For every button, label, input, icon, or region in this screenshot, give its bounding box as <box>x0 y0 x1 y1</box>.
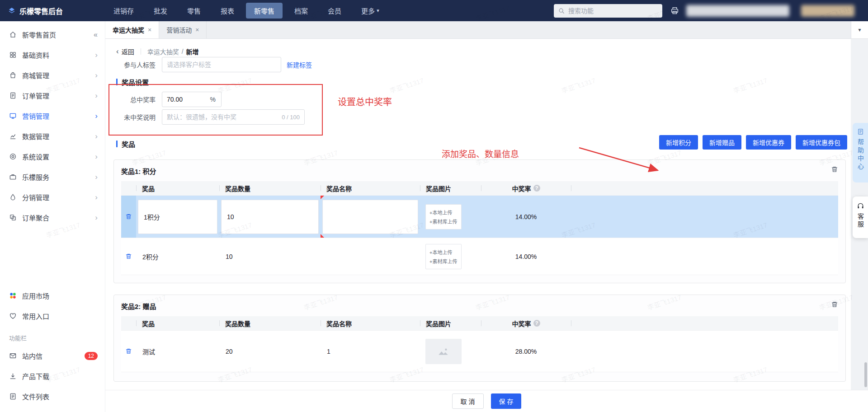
upload-local-link[interactable]: +本地上传 <box>429 209 461 216</box>
sidebar-item-order-aggregation[interactable]: 订单聚合 › <box>0 207 105 228</box>
participant-select[interactable] <box>162 57 281 72</box>
nav-reports[interactable]: 报表 <box>212 3 242 19</box>
search-input[interactable] <box>568 7 658 14</box>
help-center-panel[interactable]: 帮助中心 <box>853 123 868 183</box>
scrollbar-thumb[interactable] <box>864 362 867 387</box>
chevron-right-icon: › <box>95 92 98 99</box>
new-tag-link[interactable]: 新建标签 <box>287 60 312 69</box>
prize-row-selected[interactable]: 1积分 10 +本地上传 +素材库上传 14.00% <box>121 195 838 238</box>
name-cell[interactable] <box>321 238 420 275</box>
card-title: 奖品2: 赠品 <box>121 303 156 310</box>
name-cell[interactable]: 1 <box>321 331 420 372</box>
tab-list-dropdown[interactable]: ▾ <box>851 21 868 38</box>
sidebar-section-label: 功能栏 <box>0 326 105 346</box>
prize-cell[interactable]: 1积分 <box>136 196 219 238</box>
logo-icon <box>8 7 15 14</box>
drop-icon <box>9 193 17 201</box>
prize-card-2: 奖品2: 赠品 奖品 奖品数量 奖品名称 奖品图片 中奖率? 测试 20 <box>113 295 846 382</box>
breadcrumb-parent[interactable]: 幸运大抽奖 <box>147 47 179 56</box>
filler-cell <box>571 331 838 372</box>
sidebar-item-marketing-management[interactable]: 营销管理 › <box>0 106 105 126</box>
participant-label: 参与人标签 <box>105 60 156 69</box>
prize-cell[interactable]: 2积分 <box>136 238 219 275</box>
nav-purchase-sales[interactable]: 进销存 <box>105 3 142 19</box>
sidebar-item-app-market[interactable]: 应用市场 <box>0 286 105 306</box>
delete-row-icon[interactable] <box>125 213 132 220</box>
sidebar-item-site-mail[interactable]: 站内信 12 <box>0 346 105 366</box>
sidebar-item-lemeng-services[interactable]: 乐檬服务 › <box>0 167 105 187</box>
topbar: 乐檬零售后台 进销存 批发 零售 报表 新零售 档案 会员 更多 ▾ <box>0 0 868 21</box>
save-button[interactable]: 保 存 <box>491 393 522 409</box>
qty-cell[interactable]: 10 <box>219 196 321 238</box>
sidebar-item-order-management[interactable]: 订单管理 › <box>0 85 105 106</box>
delete-row-icon[interactable] <box>125 348 132 355</box>
nav-more[interactable]: 更多 ▾ <box>353 3 387 19</box>
add-prize-buttons: 新增积分 新增赠品 新增优惠券 新增优惠券包 <box>659 135 847 150</box>
add-coupon-pack-button[interactable]: 新增优惠券包 <box>796 135 847 150</box>
collapse-sidebar-icon[interactable]: « <box>94 31 98 39</box>
nav-retail[interactable]: 零售 <box>179 3 209 19</box>
add-points-button[interactable]: 新增积分 <box>659 135 698 150</box>
app-market-icon <box>9 292 17 300</box>
sidebar-item-file-list[interactable]: 文件列表 <box>0 386 105 407</box>
total-rate-field[interactable]: % <box>162 92 222 107</box>
sidebar-item-mall-management[interactable]: 商城管理 › <box>0 65 105 85</box>
delete-card-icon[interactable] <box>831 166 838 173</box>
sidebar-item-home[interactable]: 新零售首页 « <box>0 24 105 45</box>
prize-row[interactable]: 2积分 10 +本地上传 +素材库上传 14.00% <box>121 238 838 275</box>
upload-library-link[interactable]: +素材库上传 <box>429 218 461 225</box>
sidebar-item-label: 订单聚合 <box>22 213 49 222</box>
participant-select-input[interactable] <box>162 57 281 72</box>
sidebar-item-common-entries[interactable]: 常用入口 <box>0 306 105 326</box>
sidebar-item-system-settings[interactable]: 系统设置 › <box>0 146 105 167</box>
breadcrumb-separator: / <box>182 48 184 55</box>
app-title: 乐檬零售后台 <box>19 5 63 16</box>
qty-cell[interactable]: 10 <box>219 238 321 275</box>
sidebar-item-basic-data[interactable]: 基础资料 › <box>0 45 105 65</box>
qty-cell[interactable]: 20 <box>219 331 321 372</box>
upload-box[interactable]: +本地上传 +素材库上传 <box>425 204 462 229</box>
section-bar <box>116 140 118 147</box>
sidebar-item-distribution-management[interactable]: 分销管理 › <box>0 187 105 207</box>
total-rate-input[interactable] <box>162 92 221 107</box>
tab-lucky-draw[interactable]: 幸运大抽奖 × <box>105 21 159 38</box>
mail-icon <box>9 352 17 360</box>
add-coupon-button[interactable]: 新增优惠券 <box>746 135 791 150</box>
upload-library-link[interactable]: +素材库上传 <box>429 258 461 265</box>
sidebar-item-label: 应用市场 <box>22 291 49 300</box>
nav-archives[interactable]: 档案 <box>286 3 316 19</box>
sidebar-item-label: 站内信 <box>22 351 42 360</box>
prize-image-thumbnail[interactable] <box>425 339 462 364</box>
prize-cell[interactable]: 测试 <box>136 331 219 372</box>
tab-close-icon[interactable]: × <box>148 26 151 33</box>
delete-row-icon[interactable] <box>125 253 132 260</box>
cancel-button[interactable]: 取 消 <box>452 393 484 409</box>
add-gift-button[interactable]: 新增赠品 <box>703 135 741 150</box>
upload-box[interactable]: +本地上传 +素材库上传 <box>425 244 462 269</box>
name-cell[interactable] <box>321 196 420 238</box>
customer-service-panel[interactable]: 客服 <box>853 197 868 238</box>
search-box[interactable] <box>554 4 662 18</box>
sidebar-item-product-download[interactable]: 产品下载 <box>0 366 105 386</box>
nav-wholesale[interactable]: 批发 <box>146 3 175 19</box>
miss-note-input[interactable] <box>162 110 304 124</box>
tab-marketing-activity[interactable]: 营销活动 × <box>159 21 207 38</box>
header-rate: 中奖率? <box>481 316 571 330</box>
unread-count-badge: 12 <box>85 352 98 360</box>
help-icon[interactable]: ? <box>533 320 540 327</box>
nav-new-retail[interactable]: 新零售 <box>246 3 283 19</box>
delete-card-icon[interactable] <box>831 301 838 308</box>
tab-close-icon[interactable]: × <box>195 26 199 33</box>
sidebar-item-data-management[interactable]: 数据管理 › <box>0 126 105 146</box>
help-icon[interactable]: ? <box>533 185 540 192</box>
nav-members[interactable]: 会员 <box>320 3 349 19</box>
card-title: 奖品1: 积分 <box>121 168 156 175</box>
sidebar-item-label: 产品下载 <box>22 371 49 381</box>
header-filler <box>571 316 838 330</box>
prize-row[interactable]: 测试 20 1 28.00% <box>121 330 838 372</box>
back-button[interactable]: ‹ 返回 <box>116 47 134 56</box>
printer-icon[interactable] <box>670 6 679 15</box>
upload-local-link[interactable]: +本地上传 <box>429 248 461 256</box>
section-title: 奖品设置 <box>122 77 149 87</box>
miss-note-field[interactable]: 0 / 100 <box>162 109 305 125</box>
